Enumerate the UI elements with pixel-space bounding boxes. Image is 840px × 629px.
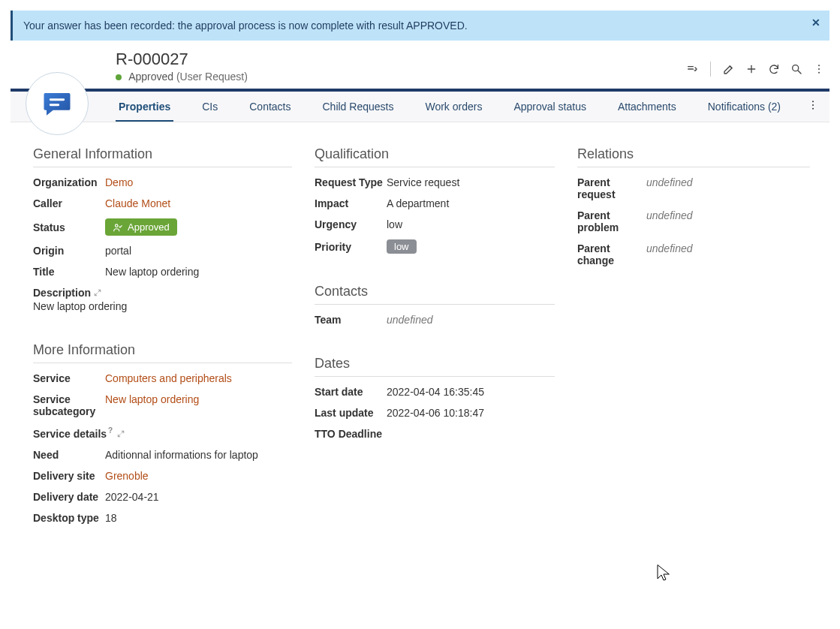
value-delivery-site[interactable]: Grenoble xyxy=(105,470,149,482)
value-service-subcategory[interactable]: New laptop ordering xyxy=(105,393,199,417)
section-general-title: General Information xyxy=(33,146,292,167)
section-contacts-title: Contacts xyxy=(315,284,555,305)
value-start-date: 2022-04-04 16:35:45 xyxy=(387,386,484,398)
label-origin: Origin xyxy=(33,245,105,257)
approval-alert: Your answer has been recorded: the appro… xyxy=(11,11,829,41)
expand-icon[interactable] xyxy=(117,430,125,438)
label-service-subcategory: Service subcategory xyxy=(33,393,105,417)
svg-point-6 xyxy=(793,65,799,71)
column-relations: Relations Parent request undefined Paren… xyxy=(577,137,810,528)
tabs-bar: Properties CIs Contacts Child Requests W… xyxy=(11,92,829,122)
section-dates-title: Dates xyxy=(315,356,555,377)
label-urgency: Urgency xyxy=(315,218,387,230)
label-request-type: Request Type xyxy=(315,176,387,188)
value-desktop-type: 18 xyxy=(105,512,117,524)
tab-attachments[interactable]: Attachments xyxy=(615,93,679,120)
value-parent-problem: undefined xyxy=(646,209,693,233)
toolbar-separator xyxy=(710,62,711,77)
svg-line-7 xyxy=(798,71,801,74)
label-parent-change: Parent change xyxy=(577,242,646,266)
status-badge: Approved xyxy=(105,218,177,236)
svg-line-17 xyxy=(122,431,124,433)
value-team: undefined xyxy=(387,314,433,326)
label-service-details: Service details? xyxy=(33,426,125,440)
svg-line-15 xyxy=(98,290,101,292)
svg-point-13 xyxy=(812,108,814,110)
label-service: Service xyxy=(33,372,105,384)
label-delivery-site: Delivery site xyxy=(33,470,105,482)
value-last-update: 2022-04-06 10:18:47 xyxy=(387,407,484,419)
header-toolbar xyxy=(686,62,825,77)
section-relations-title: Relations xyxy=(577,146,810,167)
priority-badge: low xyxy=(387,239,417,254)
svg-point-12 xyxy=(812,104,814,106)
svg-point-14 xyxy=(116,224,119,227)
svg-point-11 xyxy=(812,101,814,102)
column-general: General Information Organization Demo Ca… xyxy=(33,137,292,528)
user-check-icon xyxy=(113,222,123,233)
value-caller[interactable]: Claude Monet xyxy=(105,197,170,209)
value-service[interactable]: Computers and peripherals xyxy=(105,372,232,384)
label-priority: Priority xyxy=(315,241,387,253)
label-start-date: Start date xyxy=(315,386,387,398)
alert-close-icon[interactable]: ✕ xyxy=(811,17,820,29)
value-impact: A department xyxy=(387,197,449,209)
value-description: New laptop ordering xyxy=(33,300,292,312)
tab-cis[interactable]: CIs xyxy=(199,93,221,120)
tab-notifications[interactable]: Notifications (2) xyxy=(705,93,784,120)
value-parent-request: undefined xyxy=(646,176,693,200)
section-more-title: More Information xyxy=(33,342,292,363)
label-team: Team xyxy=(315,314,387,326)
value-parent-change: undefined xyxy=(646,242,693,266)
tab-work-orders[interactable]: Work orders xyxy=(422,93,485,120)
alert-message: Your answer has been recorded: the appro… xyxy=(23,20,468,32)
label-last-update: Last update xyxy=(315,407,387,419)
search-icon[interactable] xyxy=(790,63,802,75)
value-delivery-date: 2022-04-21 xyxy=(105,491,159,503)
svg-point-10 xyxy=(818,72,820,74)
svg-point-9 xyxy=(818,68,820,70)
layout-dropdown-icon[interactable] xyxy=(686,63,698,75)
value-organization[interactable]: Demo xyxy=(105,176,133,188)
value-origin: portal xyxy=(105,245,131,257)
svg-line-16 xyxy=(95,293,97,296)
label-tto-deadline: TTO Deadline xyxy=(315,428,387,440)
svg-point-8 xyxy=(818,65,820,66)
tab-contacts[interactable]: Contacts xyxy=(246,93,294,120)
tab-approval-status[interactable]: Approval status xyxy=(510,93,589,120)
value-title: New laptop ordering xyxy=(105,266,199,278)
chat-icon xyxy=(41,88,73,119)
value-urgency: low xyxy=(387,218,402,230)
label-title: Title xyxy=(33,266,105,278)
label-desktop-type: Desktop type xyxy=(33,512,105,524)
label-impact: Impact xyxy=(315,197,387,209)
help-icon[interactable]: ? xyxy=(108,426,113,435)
tabs-more-icon[interactable] xyxy=(807,99,819,113)
label-caller: Caller xyxy=(33,197,105,209)
mouse-cursor-icon xyxy=(657,564,670,582)
tab-properties[interactable]: Properties xyxy=(116,93,173,122)
label-organization: Organization xyxy=(33,176,105,188)
label-parent-problem: Parent problem xyxy=(577,209,646,233)
label-description: Description xyxy=(33,287,292,299)
add-icon[interactable] xyxy=(745,63,757,75)
value-request-type: Service request xyxy=(387,176,459,188)
label-parent-request: Parent request xyxy=(577,176,646,200)
section-qualification-title: Qualification xyxy=(315,146,555,167)
record-type: (User Request) xyxy=(176,71,248,83)
column-qualification: Qualification Request Type Service reque… xyxy=(315,137,555,528)
refresh-icon[interactable] xyxy=(768,63,780,75)
expand-icon[interactable] xyxy=(94,289,101,296)
label-delivery-date: Delivery date xyxy=(33,491,105,503)
tab-child-requests[interactable]: Child Requests xyxy=(320,93,397,120)
record-header: R-000027 Approved (User Request) xyxy=(11,45,829,83)
value-need: Aditionnal informations for laptop xyxy=(105,449,258,461)
svg-line-18 xyxy=(118,434,120,436)
label-status: Status xyxy=(33,221,105,233)
status-text: Approved xyxy=(128,71,173,83)
edit-icon[interactable] xyxy=(723,63,735,75)
status-dot-icon xyxy=(116,74,122,80)
more-actions-icon[interactable] xyxy=(813,63,825,75)
status-badge-text: Approved xyxy=(128,221,170,233)
request-avatar xyxy=(26,72,89,135)
